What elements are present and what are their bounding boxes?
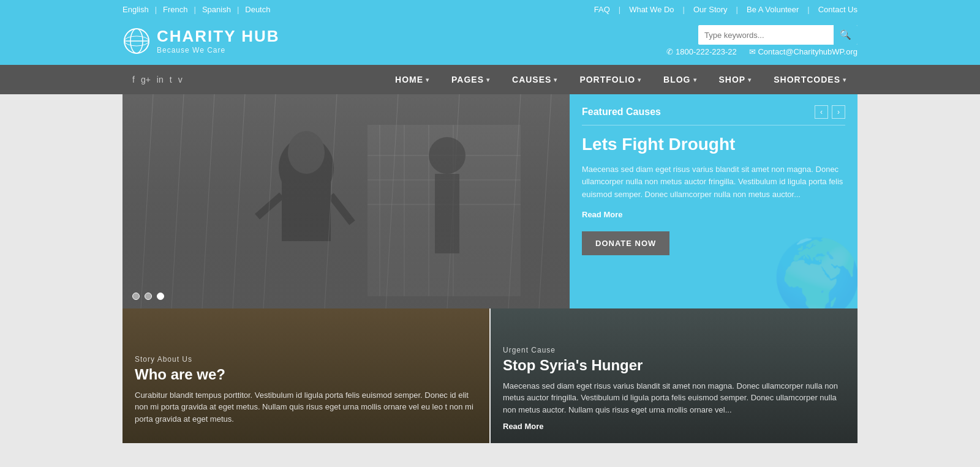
chevron-down-icon: ▾ — [693, 77, 697, 83]
nav-wrapper-outer: f g+ in t v HOME ▾ PAGES ▾ CAUSES ▾ — [0, 65, 980, 94]
chevron-down-icon: ▾ — [843, 77, 846, 83]
logo-text: CHARITY HUB Because We Care — [157, 27, 280, 54]
search-input[interactable] — [698, 26, 834, 44]
cause-title: Lets Fight Drought — [582, 134, 845, 155]
card-text-2: Maecenas sed diam eget risus varius blan… — [503, 380, 845, 416]
slider-dot-2[interactable] — [145, 293, 152, 300]
header: CHARITY HUB Because We Care 🔍 ✆ 1800-222… — [0, 19, 980, 65]
contact-info: ✆ 1800-222-223-22 ✉ Contact@CharityhubWP… — [666, 47, 858, 56]
slider-image — [123, 94, 570, 308]
chevron-down-icon: ▾ — [638, 77, 641, 83]
social-vimeo[interactable]: v — [178, 75, 183, 84]
card-title-2: Stop Syria's Hunger — [503, 357, 845, 374]
social-twitter[interactable]: t — [170, 75, 172, 84]
page-outer: English | French | Spanish | Deutch FAQ … — [0, 0, 980, 467]
card-urgent: Urgent Cause Stop Syria's Hunger Maecena… — [491, 308, 858, 443]
prev-arrow[interactable]: ‹ — [815, 105, 828, 119]
nav-items: HOME ▾ PAGES ▾ CAUSES ▾ PORTFOLIO ▾ BLOG — [192, 65, 858, 94]
lang-deutch[interactable]: Deutch — [245, 5, 270, 14]
chevron-down-icon: ▾ — [486, 77, 490, 83]
nav-be-volunteer[interactable]: Be A Volunteer — [747, 5, 799, 14]
chevron-down-icon: ▾ — [554, 77, 557, 83]
social-facebook[interactable]: f — [132, 75, 135, 84]
lang-english[interactable]: English — [123, 5, 149, 14]
nav-pages[interactable]: PAGES ▾ — [440, 65, 501, 94]
phone-info: ✆ 1800-222-223-22 — [666, 47, 736, 56]
nav-what-we-do[interactable]: What We Do — [629, 5, 674, 14]
read-more-link[interactable]: Read More — [582, 210, 622, 219]
nav-contact[interactable]: Contact Us — [818, 5, 858, 14]
language-links: English | French | Spanish | Deutch — [123, 5, 270, 14]
bottom-cards: Story About Us Who are we? Curabitur bla… — [123, 308, 858, 443]
hero-slider — [123, 94, 570, 308]
slider-dot-1[interactable] — [132, 293, 140, 300]
card-text-1: Curabitur blandit tempus porttitor. Vest… — [135, 389, 477, 425]
world-watermark: 🌍 — [772, 234, 858, 308]
card-about: Story About Us Who are we? Curabitur bla… — [123, 308, 489, 443]
slider-background — [123, 94, 570, 308]
nav-portfolio[interactable]: PORTFOLIO ▾ — [568, 65, 652, 94]
social-icons: f g+ in t v — [123, 75, 192, 84]
donate-button[interactable]: DONATE NOW — [582, 231, 669, 255]
main-content: Featured Causes ‹ › Lets Fight Drought M… — [123, 94, 858, 443]
featured-arrows: ‹ › — [815, 105, 845, 119]
social-google[interactable]: g+ — [141, 75, 151, 84]
nav-causes[interactable]: CAUSES ▾ — [501, 65, 568, 94]
nav-home[interactable]: HOME ▾ — [384, 65, 440, 94]
slider-section: Featured Causes ‹ › Lets Fight Drought M… — [123, 94, 858, 308]
card-subtitle-1: Story About Us — [135, 355, 477, 364]
svg-rect-31 — [123, 94, 570, 308]
lang-spanish[interactable]: Spanish — [202, 5, 231, 14]
featured-title: Featured Causes — [582, 106, 661, 118]
globe-icon — [123, 27, 151, 55]
main-nav: f g+ in t v HOME ▾ PAGES ▾ CAUSES ▾ — [123, 65, 858, 94]
nav-faq[interactable]: FAQ — [594, 5, 610, 14]
logo-tagline: Because We Care — [157, 46, 280, 54]
top-bar: English | French | Spanish | Deutch FAQ … — [0, 0, 980, 19]
chevron-down-icon: ▾ — [748, 77, 752, 83]
header-contact: 🔍 ✆ 1800-222-223-22 ✉ Contact@Charityhub… — [666, 25, 858, 56]
next-arrow[interactable]: › — [832, 105, 845, 119]
nav-shop[interactable]: SHOP ▾ — [708, 65, 763, 94]
featured-header: Featured Causes ‹ › — [582, 105, 845, 125]
cause-description: Maecenas sed diam eget risus varius blan… — [582, 163, 845, 201]
top-right-nav: FAQ | What We Do | Our Story | Be A Volu… — [594, 5, 858, 14]
slider-dot-3[interactable] — [157, 293, 164, 300]
social-linkedin[interactable]: in — [157, 75, 164, 84]
slider-dots — [132, 293, 164, 300]
search-bar: 🔍 — [698, 25, 858, 45]
lang-french[interactable]: French — [163, 5, 187, 14]
featured-panel: Featured Causes ‹ › Lets Fight Drought M… — [570, 94, 858, 308]
logo-title: CHARITY HUB — [157, 27, 280, 46]
card-title-1: Who are we? — [135, 366, 477, 383]
chevron-down-icon: ▾ — [426, 77, 429, 83]
nav-our-story[interactable]: Our Story — [693, 5, 728, 14]
nav-blog[interactable]: BLOG ▾ — [652, 65, 707, 94]
email-info: ✉ Contact@CharityhubWP.org — [749, 47, 858, 56]
card-subtitle-2: Urgent Cause — [503, 346, 845, 354]
card-read-more-2[interactable]: Read More — [503, 422, 845, 431]
search-button[interactable]: 🔍 — [834, 25, 858, 45]
logo-area: CHARITY HUB Because We Care — [123, 27, 280, 55]
nav-shortcodes[interactable]: SHORTCODES ▾ — [763, 65, 858, 94]
